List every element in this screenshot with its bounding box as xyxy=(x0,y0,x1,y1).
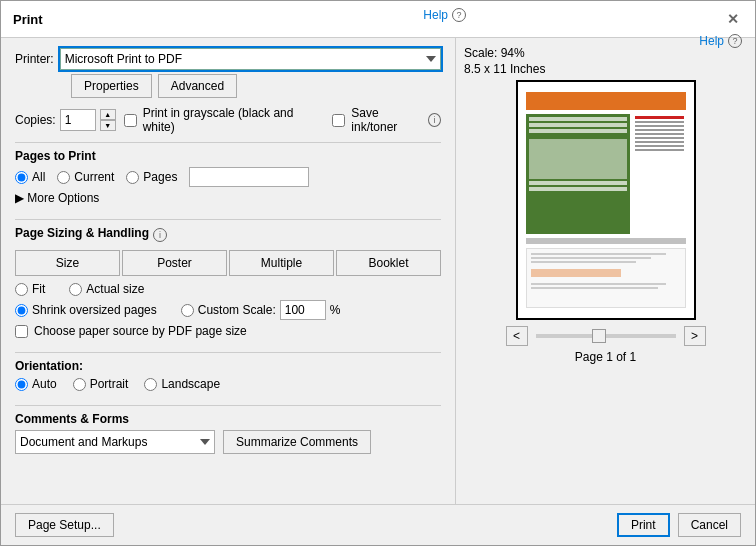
printer-select[interactable]: Microsoft Print to PDF xyxy=(60,48,441,70)
fit-radio[interactable] xyxy=(15,283,28,296)
sizing-info-icon[interactable]: i xyxy=(153,228,167,242)
doc-green-col xyxy=(526,114,630,234)
actual-size-label: Actual size xyxy=(86,282,144,296)
prev-page-button[interactable]: < xyxy=(506,326,528,346)
dialog-footer: Page Setup... Print Cancel xyxy=(1,504,755,545)
grayscale-row: Print in grayscale (black and white) xyxy=(124,106,317,134)
all-label: All xyxy=(32,170,45,184)
doc-line-1 xyxy=(529,117,627,121)
cancel-button[interactable]: Cancel xyxy=(678,513,741,537)
doc-right-text-3 xyxy=(635,129,684,131)
actual-size-radio[interactable] xyxy=(69,283,82,296)
doc-line-4 xyxy=(529,181,627,185)
printer-buttons-row: Properties Advanced xyxy=(15,74,441,98)
comments-row: Document and Markups Summarize Comments xyxy=(15,430,441,454)
pages-input[interactable] xyxy=(189,167,309,187)
right-panel: Help ? Scale: 94% 8.5 x 11 Inches xyxy=(456,38,755,504)
doc-photo-area xyxy=(529,139,627,179)
custom-scale-radio-row: Custom Scale: % xyxy=(181,300,341,320)
nav-row: < > xyxy=(506,326,706,346)
close-button[interactable]: ✕ xyxy=(723,9,743,29)
pages-radio[interactable] xyxy=(126,171,139,184)
save-ink-row: Save ink/toner i xyxy=(332,106,441,134)
booklet-button[interactable]: Booklet xyxy=(336,250,441,276)
doc-right-text-1 xyxy=(635,121,684,123)
doc-line-3 xyxy=(529,129,627,133)
doc-line-2 xyxy=(529,123,627,127)
choose-paper-row: Choose paper source by PDF page size xyxy=(15,324,441,338)
page-info: Page 1 of 1 xyxy=(575,350,636,364)
comments-section: Comments & Forms Document and Markups Su… xyxy=(15,405,441,460)
multiple-button[interactable]: Multiple xyxy=(229,250,334,276)
preview-scale: Scale: 94% xyxy=(464,46,525,60)
doc-bottom xyxy=(526,248,686,308)
dialog-body: Printer: Microsoft Print to PDF Help ? P… xyxy=(1,38,755,504)
orientation-section: Orientation: Auto Portrait Landscape xyxy=(15,352,441,397)
print-button[interactable]: Print xyxy=(617,513,670,537)
shrink-radio[interactable] xyxy=(15,304,28,317)
actual-size-radio-row: Actual size xyxy=(69,282,144,296)
current-radio-row: Current xyxy=(57,170,114,184)
page-sizing-section: Page Sizing & Handling i Size Poster Mul… xyxy=(15,219,441,344)
portrait-radio[interactable] xyxy=(73,378,86,391)
comments-dropdown[interactable]: Document and Markups xyxy=(15,430,215,454)
properties-button[interactable]: Properties xyxy=(71,74,152,98)
landscape-radio-row: Landscape xyxy=(144,377,220,391)
portrait-label: Portrait xyxy=(90,377,129,391)
dialog-title: Print xyxy=(13,12,43,27)
size-button[interactable]: Size xyxy=(15,250,120,276)
save-ink-label: Save ink/toner xyxy=(351,106,422,134)
copies-down-button[interactable]: ▼ xyxy=(100,120,116,131)
doc-right-text-2 xyxy=(635,125,684,127)
custom-scale-input[interactable] xyxy=(280,300,326,320)
help-link-top[interactable]: Help xyxy=(699,38,724,48)
title-bar: Print ✕ xyxy=(1,1,755,38)
copies-up-button[interactable]: ▲ xyxy=(100,109,116,120)
help-icon-top[interactable]: ? xyxy=(728,38,742,48)
pct-label: % xyxy=(330,303,341,317)
current-radio[interactable] xyxy=(57,171,70,184)
landscape-label: Landscape xyxy=(161,377,220,391)
choose-paper-checkbox[interactable] xyxy=(15,325,28,338)
grayscale-checkbox[interactable] xyxy=(124,114,137,127)
sizing-button-group: Size Poster Multiple Booklet xyxy=(15,250,441,276)
advanced-button[interactable]: Advanced xyxy=(158,74,237,98)
doc-right-text-6 xyxy=(635,141,684,143)
sizing-options-row2: Shrink oversized pages Custom Scale: % xyxy=(15,300,441,320)
shrink-radio-row: Shrink oversized pages xyxy=(15,303,157,317)
footer-right: Print Cancel xyxy=(617,513,741,537)
all-radio[interactable] xyxy=(15,171,28,184)
preview-box xyxy=(516,80,696,320)
doc-right-line-1 xyxy=(635,116,684,119)
auto-radio-row: Auto xyxy=(15,377,57,391)
doc-right-text-7 xyxy=(635,145,684,147)
comments-title: Comments & Forms xyxy=(15,412,441,426)
custom-scale-radio[interactable] xyxy=(181,304,194,317)
doc-right-text-4 xyxy=(635,133,684,135)
nav-slider[interactable] xyxy=(536,334,676,338)
nav-thumb[interactable] xyxy=(592,329,606,343)
save-ink-checkbox[interactable] xyxy=(332,114,345,127)
auto-radio[interactable] xyxy=(15,378,28,391)
orientation-radio-row: Auto Portrait Landscape xyxy=(15,377,441,391)
copies-input[interactable] xyxy=(60,109,96,131)
shrink-label: Shrink oversized pages xyxy=(32,303,157,317)
pages-section-title: Pages to Print xyxy=(15,149,441,163)
landscape-radio[interactable] xyxy=(144,378,157,391)
save-ink-info-icon[interactable]: i xyxy=(428,113,441,127)
sizing-options-row1: Fit Actual size xyxy=(15,282,441,296)
page-setup-button[interactable]: Page Setup... xyxy=(15,513,114,537)
printer-label: Printer: xyxy=(15,52,54,66)
sizing-title-row: Page Sizing & Handling i xyxy=(15,226,441,244)
current-label: Current xyxy=(74,170,114,184)
doc-green-section xyxy=(526,114,686,234)
poster-button[interactable]: Poster xyxy=(122,250,227,276)
more-options-button[interactable]: ▶ More Options xyxy=(15,191,441,205)
print-dialog: Print ✕ Printer: Microsoft Print to PDF … xyxy=(0,0,756,546)
next-page-button[interactable]: > xyxy=(684,326,706,346)
doc-right-col xyxy=(633,114,686,234)
fit-radio-row: Fit xyxy=(15,282,45,296)
copies-label: Copies: xyxy=(15,113,56,127)
summarize-comments-button[interactable]: Summarize Comments xyxy=(223,430,371,454)
pages-radio-row: All Current Pages xyxy=(15,167,441,187)
